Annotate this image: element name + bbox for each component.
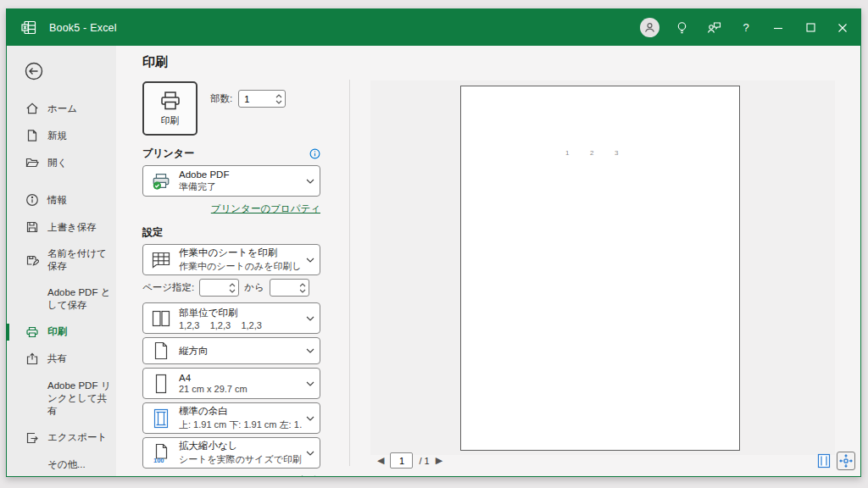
window-title: Book5 - Excel — [49, 22, 117, 34]
printer-info-icon[interactable] — [309, 148, 320, 159]
total-pages-label: / 1 — [419, 456, 429, 466]
sidebar-item-info[interactable]: 情報 — [7, 186, 116, 214]
sidebar-item-label: ホーム — [47, 103, 77, 115]
pages-to-input[interactable] — [275, 283, 298, 293]
back-button[interactable] — [24, 61, 44, 81]
sidebar-item-save-as-adobe-pdf[interactable]: Adobe PDF として保存 — [7, 280, 116, 319]
margins-description: 上: 1.91 cm 下: 1.91 cm 左: 1… — [179, 419, 303, 431]
portrait-orientation-icon — [151, 341, 171, 360]
copies-spinner[interactable] — [238, 90, 286, 108]
maximize-button[interactable] — [794, 9, 826, 46]
chevron-down-icon — [306, 381, 314, 386]
current-page-input[interactable] — [391, 453, 412, 468]
zoom-to-page-button[interactable] — [837, 452, 855, 470]
print-what-description: 作業中のシートのみを印刷します — [179, 260, 303, 273]
pages-from-input[interactable] — [205, 283, 227, 293]
sidebar-item-more[interactable]: その他... — [7, 452, 116, 477]
minimize-button[interactable] — [762, 9, 794, 46]
settings-section-heading: 設定 — [142, 225, 163, 240]
pages-to-spinner[interactable] — [270, 279, 309, 297]
feedback-icon[interactable] — [698, 9, 730, 46]
next-page-button[interactable]: ▶ — [436, 456, 442, 465]
account-button[interactable] — [633, 9, 665, 46]
save-as-icon — [25, 253, 39, 267]
sidebar-item-save[interactable]: 上書き保存 — [7, 214, 116, 241]
sidebar-item-share-adobe-pdf-link[interactable]: Adobe PDF リンクとして共有 — [7, 373, 116, 424]
active-sheet-icon — [151, 251, 171, 269]
printer-properties-link[interactable]: プリンターのプロパティ — [211, 203, 320, 214]
backstage-sidebar: ホーム 新規 開く 情報 — [7, 46, 116, 476]
sidebar-item-new[interactable]: 新規 — [7, 122, 116, 149]
printer-icon — [25, 325, 39, 339]
print-what-value: 作業中のシートを印刷 — [179, 247, 303, 259]
sidebar-item-label: 名前を付けて保存 — [47, 247, 113, 273]
close-button[interactable] — [826, 9, 859, 46]
ideas-lightbulb-icon[interactable] — [665, 9, 698, 46]
sidebar-item-print[interactable]: 印刷 — [7, 319, 116, 346]
margins-dropdown[interactable]: 標準の余白 上: 1.91 cm 下: 1.91 cm 左: 1… — [142, 402, 320, 434]
svg-text:100: 100 — [153, 457, 164, 463]
printer-dropdown[interactable]: Adobe PDF 準備完了 — [142, 165, 320, 197]
show-margins-icon — [817, 453, 831, 469]
spin-up-icon[interactable] — [229, 283, 236, 287]
open-folder-icon — [25, 156, 39, 169]
new-document-icon — [25, 129, 39, 142]
scaling-dropdown[interactable]: 100 拡大縮小なし シートを実際のサイズで印刷します — [142, 437, 320, 469]
page-setup-link[interactable]: ページ設定 — [271, 475, 320, 477]
print-button-label: 印刷 — [161, 114, 180, 127]
show-margins-button[interactable] — [817, 453, 831, 469]
zoom-to-page-icon — [839, 454, 853, 468]
save-icon — [25, 220, 39, 234]
spin-down-icon[interactable] — [275, 100, 282, 104]
orientation-dropdown[interactable]: 縦方向 — [142, 337, 320, 364]
panel-divider — [349, 80, 350, 466]
no-scaling-icon: 100 — [151, 443, 171, 463]
preview-page-content: 1 2 3 — [461, 149, 739, 158]
spin-up-icon[interactable] — [299, 283, 306, 287]
preview-page: 1 2 3 — [460, 86, 740, 451]
sidebar-item-label: 共有 — [47, 352, 67, 365]
current-page-box[interactable] — [390, 452, 413, 469]
collate-pages-icon — [151, 309, 171, 328]
sidebar-item-label: Adobe PDF リンクとして共有 — [47, 380, 113, 418]
print-what-dropdown[interactable]: 作業中のシートを印刷 作業中のシートのみを印刷します — [142, 244, 320, 275]
paper-size-description: 21 cm x 29.7 cm — [179, 384, 303, 394]
sidebar-item-export[interactable]: エクスポート — [7, 424, 116, 452]
sidebar-item-home[interactable]: ホーム — [7, 95, 116, 122]
info-icon — [25, 193, 39, 207]
sidebar-item-label: 新規 — [47, 130, 67, 142]
print-settings-panel: 印刷 印刷 部数: — [116, 46, 349, 476]
margins-icon — [151, 408, 171, 429]
copies-input[interactable] — [244, 94, 274, 104]
previous-page-button[interactable]: ◀ — [377, 456, 384, 465]
sidebar-item-label: 開く — [47, 157, 67, 169]
excel-app-icon — [21, 19, 37, 36]
sidebar-item-share[interactable]: 共有 — [7, 346, 116, 373]
help-icon[interactable]: ? — [730, 9, 762, 46]
collation-dropdown[interactable]: 部単位で印刷 1,2,3 1,2,3 1,2,3 — [142, 302, 320, 334]
page-navigation: ◀ / 1 ▶ — [377, 452, 442, 469]
pages-from-spinner[interactable] — [199, 279, 239, 297]
scaling-value: 拡大縮小なし — [179, 440, 303, 452]
paper-size-icon — [151, 374, 171, 394]
print-button[interactable]: 印刷 — [142, 81, 198, 136]
collation-value: 部単位で印刷 — [179, 307, 303, 319]
spin-down-icon[interactable] — [229, 289, 236, 293]
chevron-down-icon — [306, 258, 314, 263]
sidebar-item-open[interactable]: 開く — [7, 149, 116, 176]
excel-window: Book5 - Excel — [6, 8, 861, 477]
collation-description: 1,2,3 1,2,3 1,2,3 — [179, 320, 303, 330]
pages-label: ページ指定: — [142, 281, 194, 294]
margins-value: 標準の余白 — [179, 405, 303, 418]
home-icon — [25, 102, 39, 115]
sidebar-item-save-as[interactable]: 名前を付けて保存 — [7, 241, 116, 280]
pages-to-label: から — [244, 281, 264, 294]
printer-device-icon — [151, 170, 171, 192]
sidebar-item-label: 印刷 — [47, 325, 67, 338]
spin-down-icon[interactable] — [299, 289, 306, 293]
spin-up-icon[interactable] — [275, 94, 282, 98]
printer-name: Adobe PDF — [179, 169, 303, 180]
titlebar: Book5 - Excel — [7, 9, 860, 46]
paper-size-dropdown[interactable]: A4 21 cm x 29.7 cm — [142, 368, 320, 399]
chevron-down-icon — [306, 416, 314, 421]
